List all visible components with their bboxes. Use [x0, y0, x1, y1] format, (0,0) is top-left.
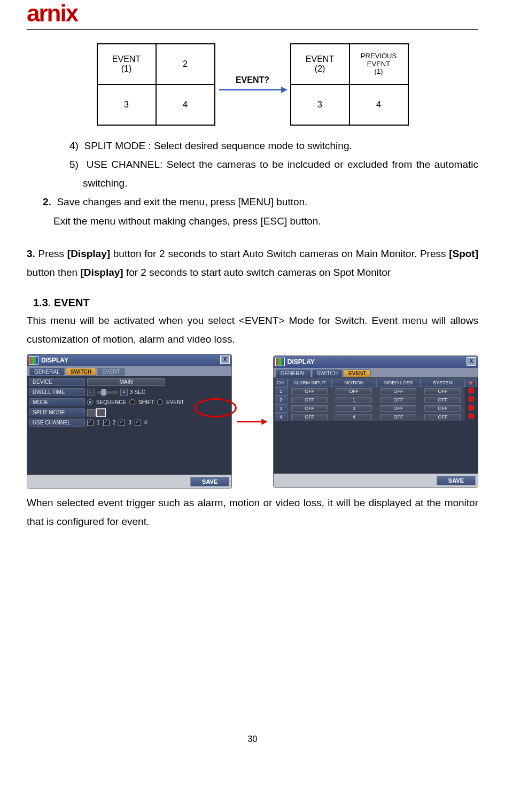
- grid-left: EVENT(1) 2 3 4: [97, 43, 215, 126]
- tab-general[interactable]: GENERAL: [276, 369, 311, 377]
- value-device[interactable]: MAIN: [87, 378, 165, 386]
- tab-general[interactable]: GENERAL: [29, 368, 65, 376]
- arrow-icon: [218, 86, 288, 94]
- list-item: 5) USE CHANNEL: Select the cameras to be…: [27, 155, 478, 192]
- list-item: 3. Press [Display] button for 2 seconds …: [27, 244, 478, 282]
- checkbox[interactable]: [103, 420, 110, 426]
- label-split: SPLIT MODE: [29, 408, 85, 416]
- outro-text: When selected event trigger such as alar…: [27, 493, 478, 531]
- ui-screenshot-switch: DISPLAY X GENERAL SWITCH EVENT DEVICE MA…: [27, 354, 232, 489]
- grid-right: EVENT(2) PREVIOUSEVENT(1) 3 4: [290, 43, 409, 126]
- table-row: 4 OFF 4 OFF OFF: [275, 413, 477, 421]
- list-item: 4) SPLIT MODE : Select desired sequence …: [27, 136, 478, 155]
- plus-icon[interactable]: +: [120, 389, 128, 396]
- label-dwell: DWELL TIME: [29, 388, 85, 396]
- checkbox[interactable]: [135, 420, 141, 426]
- label-mode: MODE: [29, 398, 85, 406]
- cell: PREVIOUSEVENT(1): [349, 44, 408, 84]
- app-icon: [29, 357, 38, 364]
- divider: [27, 29, 478, 30]
- radio-event[interactable]: [157, 399, 163, 405]
- close-icon[interactable]: X: [221, 356, 229, 364]
- led-icon: [469, 397, 473, 401]
- save-button[interactable]: SAVE: [437, 476, 476, 485]
- label-device: DEVICE: [29, 378, 85, 386]
- event-diagram: EVENT(1) 2 3 4 EVENT? EVENT(2) PREVIOUSE…: [27, 43, 478, 126]
- page-number: 30: [27, 734, 478, 744]
- cell: 3: [291, 84, 349, 125]
- svg-marker-3: [261, 419, 267, 424]
- arrow-label: EVENT?: [236, 75, 269, 85]
- logo: arnix: [27, 0, 478, 29]
- led-icon: [469, 405, 473, 410]
- cell: 4: [156, 84, 215, 125]
- tab-event[interactable]: EVENT: [344, 369, 371, 377]
- slider[interactable]: [97, 391, 118, 394]
- intro-text: This menu will be activated when you sel…: [27, 311, 478, 349]
- checkbox[interactable]: [119, 420, 125, 426]
- window-title: DISPLAY: [41, 357, 68, 364]
- led-icon: [469, 388, 473, 393]
- cell: 3: [97, 84, 156, 125]
- event-table: CH. ALARM INPUT MOTION VIDEO LOSS SYSTEM…: [275, 378, 477, 421]
- tab-switch[interactable]: SWITCH: [66, 368, 96, 376]
- table-row: 3 OFF 3 OFF OFF: [275, 404, 477, 413]
- svg-marker-1: [281, 87, 288, 93]
- save-button[interactable]: SAVE: [190, 477, 229, 486]
- value-dwell: 3 SEC: [130, 389, 145, 395]
- table-row: 1 OFF OFF OFF OFF: [275, 387, 477, 396]
- tab-event[interactable]: EVENT: [97, 368, 125, 376]
- close-icon[interactable]: X: [467, 358, 476, 365]
- cell: 2: [156, 44, 215, 84]
- split-icon[interactable]: [87, 409, 96, 416]
- checkbox[interactable]: [87, 420, 94, 426]
- minus-icon[interactable]: −: [87, 389, 95, 396]
- text: Exit the menu without making changes, pr…: [27, 212, 478, 230]
- led-icon: [469, 414, 473, 419]
- label-usech: USE CHANNEL: [29, 419, 85, 427]
- red-arrow-icon: [237, 417, 268, 426]
- tab-switch[interactable]: SWITCH: [312, 369, 343, 377]
- radio-shift[interactable]: [129, 399, 135, 405]
- table-row: 2 OFF 1 OFF OFF: [275, 396, 477, 404]
- cell: 4: [349, 84, 408, 125]
- window-title: DISPLAY: [288, 358, 315, 366]
- arrow-box: EVENT?: [215, 75, 290, 94]
- list-item: 2. Save changes and exit the menu, press…: [27, 192, 478, 211]
- app-icon: [276, 358, 284, 366]
- split-icon[interactable]: [97, 409, 105, 416]
- cell: EVENT(1): [97, 44, 156, 84]
- section-heading: 1.3. EVENT: [27, 297, 478, 309]
- ui-screenshot-event: DISPLAY X GENERAL SWITCH EVENT CH. ALARM…: [273, 355, 478, 488]
- radio-sequence[interactable]: [87, 399, 93, 405]
- cell: EVENT(2): [291, 44, 349, 84]
